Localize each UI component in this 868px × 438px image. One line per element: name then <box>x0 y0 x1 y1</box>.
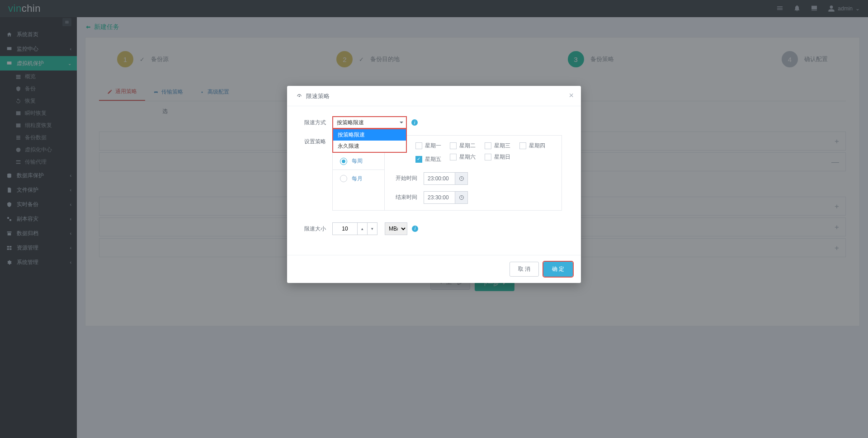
modal-overlay: 限速策略 × 限速方式 按策略限速 按策略限速 永久限速 i <box>0 0 868 17</box>
